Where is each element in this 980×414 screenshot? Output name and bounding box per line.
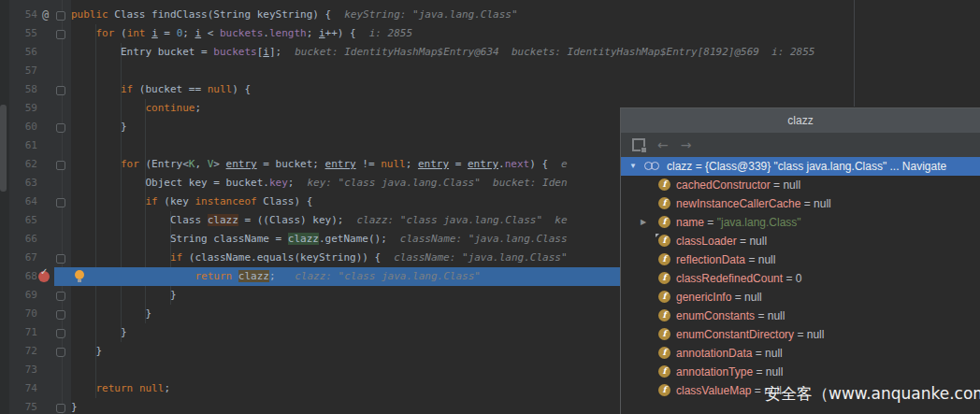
fold-marker-icon[interactable] (56, 11, 65, 21)
token: > (213, 158, 225, 170)
variable-field-row[interactable]: fcachedConstructor = null (621, 176, 980, 194)
variable-field-row[interactable]: ▶fname = "java.lang.Class" (621, 213, 980, 232)
token: ) { (529, 158, 548, 170)
fold-marker-icon[interactable] (56, 198, 65, 207)
code-text: } (71, 286, 177, 305)
field-text: enumConstantDirectory = null (676, 325, 824, 344)
field-icon: f (658, 384, 670, 396)
token: Object key = bucket. (71, 177, 269, 189)
token: (bucket == (133, 83, 207, 95)
token: return (96, 382, 134, 394)
code-text: } (71, 398, 78, 414)
fold-marker-icon[interactable] (56, 254, 65, 264)
token: ; (182, 27, 195, 39)
field-name: cachedConstructor (676, 178, 771, 192)
fold-marker-icon[interactable] (56, 161, 65, 170)
variable-field-row[interactable]: fannotationType = null (621, 363, 980, 381)
field-equals: = (752, 347, 765, 360)
token: buckets (213, 46, 256, 58)
token: . (498, 158, 505, 170)
line-number: 57 (9, 62, 37, 80)
collapse-caret-icon[interactable]: ▼ (629, 157, 637, 176)
breakpoint-verified-icon[interactable]: ✓ (38, 271, 50, 282)
code-text: return clazz; clazz: "class java.lang.Cl… (71, 267, 481, 286)
line-number: 68 (9, 267, 37, 286)
field-text: cachedConstructor = null (676, 176, 800, 194)
fold-marker-icon[interactable] (56, 404, 65, 413)
variable-field-row[interactable]: fenumConstants = null (621, 307, 980, 325)
field-name: annotationType (676, 365, 753, 378)
fold-marker-icon[interactable] (56, 86, 65, 95)
field-equals: = (753, 365, 766, 378)
code-line[interactable]: 57 (0, 62, 980, 80)
field-equals: = (800, 197, 814, 210)
forward-arrow-icon[interactable]: → (681, 138, 692, 151)
token: Class (71, 214, 208, 226)
fold-marker-icon[interactable] (56, 310, 65, 320)
line-number: 73 (9, 361, 37, 379)
line-number: 60 (9, 118, 37, 136)
code-text: } (71, 342, 102, 361)
at-annotation-icon: @ (42, 6, 49, 24)
token: Entry bucket = (71, 46, 213, 58)
fold-marker-icon[interactable] (56, 30, 65, 39)
fold-marker-icon[interactable] (56, 292, 65, 301)
code-text: return null; (71, 379, 170, 398)
code-line[interactable]: 54@public Class findClass(String keyStri… (0, 6, 980, 24)
fold-marker-icon[interactable] (56, 123, 65, 133)
line-number: 54 (9, 6, 37, 24)
code-line[interactable]: 56 Entry bucket = buckets[i];bucket: Ide… (0, 43, 980, 62)
token: ]; (269, 46, 281, 58)
variable-field-row[interactable]: fgenericInfo = null (621, 288, 980, 307)
variable-root-row[interactable]: ▼ clazz = {Class@339} "class java.lang.C… (621, 157, 980, 176)
token: continue (145, 102, 195, 114)
field-text: enumConstants = null (676, 307, 785, 325)
token: ; (164, 382, 170, 394)
variable-field-row[interactable]: freflectionData = null (621, 250, 980, 269)
token: ( (114, 27, 126, 39)
variable-field-row[interactable]: fnewInstanceCallerCache = null (621, 194, 980, 213)
line-number: 63 (9, 174, 37, 193)
inspect-icon[interactable] (632, 138, 645, 151)
expand-caret-icon[interactable]: ▶ (641, 213, 646, 232)
variable-field-row[interactable]: fenumConstantDirectory = null (621, 325, 980, 344)
line-number: 56 (9, 43, 37, 62)
breakpoint-check-icon: ✓ (40, 266, 48, 278)
token: public (71, 8, 108, 21)
code-line[interactable]: 55 for (int i = 0; i < buckets.length; i… (0, 24, 980, 43)
variables-tree: ▼ clazz = {Class@339} "class java.lang.C… (621, 157, 980, 414)
code-text: if (className.equals(keyString)) {classN… (71, 249, 568, 267)
inline-debug-hint: e (561, 158, 568, 170)
field-icon: f (658, 253, 670, 265)
field-equals: = (783, 272, 796, 285)
token: return (195, 270, 232, 282)
inline-debug-hint: keyString: "java.lang.Class" (344, 8, 517, 21)
token: int (127, 27, 146, 39)
token: = (449, 158, 468, 170)
token: clazz (208, 214, 238, 226)
field-icon: f (658, 309, 670, 321)
code-text: } (71, 118, 127, 136)
token: buckets (220, 27, 263, 39)
fold-marker-icon[interactable] (56, 329, 65, 338)
code-line[interactable]: 58 if (bucket == null) { (0, 80, 980, 99)
token: ; (269, 270, 281, 282)
token (71, 195, 145, 207)
code-text: } (71, 323, 127, 342)
code-text: if (bucket == null) { (71, 80, 251, 99)
token: < (201, 27, 220, 39)
fold-marker-icon[interactable] (56, 348, 65, 357)
field-text: classLoader = null (676, 232, 767, 250)
field-text: name = "java.lang.Class" (676, 213, 801, 232)
variable-field-row[interactable]: fannotationData = null (621, 344, 980, 363)
field-name: genericInfo (676, 291, 731, 304)
line-number: 75 (9, 398, 37, 414)
back-arrow-icon[interactable]: ← (657, 138, 669, 151)
token: ; (288, 177, 295, 189)
field-value: null (768, 309, 785, 322)
variable-field-row[interactable]: fclassRedefinedCount = 0 (621, 269, 980, 288)
variable-field-row[interactable]: fclassLoader = null (621, 232, 980, 250)
token: for (121, 158, 139, 170)
field-icon: f (658, 328, 670, 340)
field-name: annotationData (676, 347, 752, 360)
